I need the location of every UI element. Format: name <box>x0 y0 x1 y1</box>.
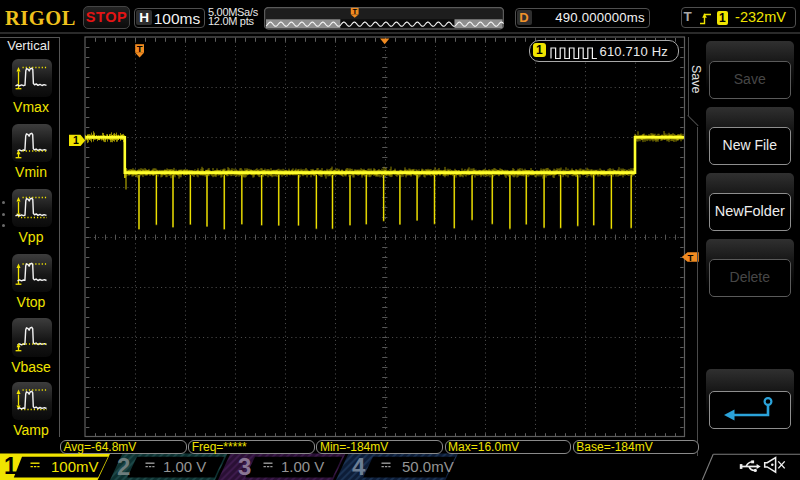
svg-text:T: T <box>352 7 357 16</box>
svg-text:T: T <box>688 252 694 263</box>
svg-text:1: 1 <box>73 134 79 146</box>
svg-text:T: T <box>137 43 143 54</box>
